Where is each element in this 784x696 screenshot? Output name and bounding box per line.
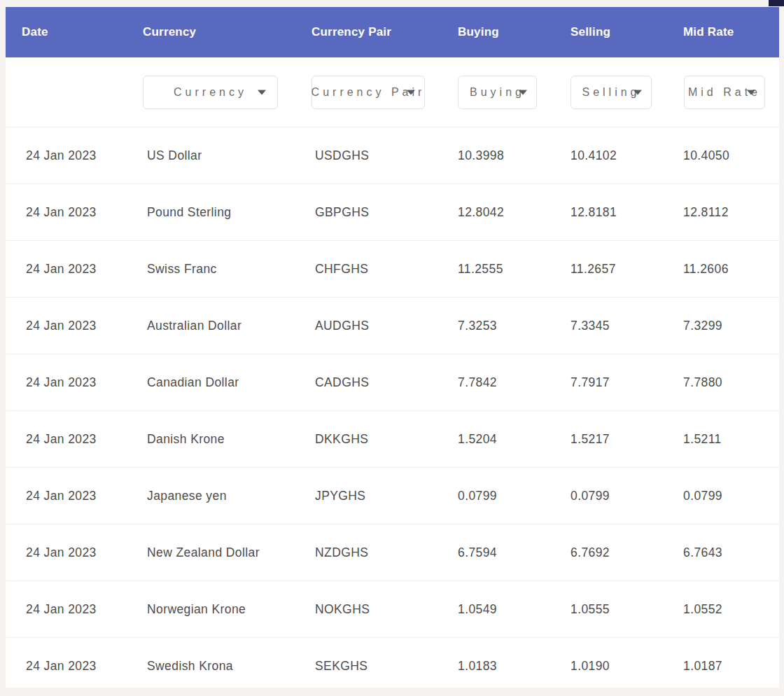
exchange-rates-table: Date Currency Currency Pair Buying Selli… [6, 7, 779, 688]
table-row: 24 Jan 2023 Pound Sterling GBPGHS 12.804… [6, 184, 779, 241]
cell-currency-pair: SEKGHS [312, 659, 458, 674]
table-header-row: Date Currency Currency Pair Buying Selli… [6, 7, 779, 57]
table-row: 24 Jan 2023 Norwegian Krone NOKGHS 1.054… [6, 581, 779, 638]
cell-mid-rate: 10.4050 [683, 148, 779, 163]
cell-mid-rate: 11.2606 [683, 262, 779, 277]
currency-pair-filter-dropdown[interactable]: Currency Pair [312, 76, 425, 109]
cell-buying: 10.3998 [458, 148, 570, 163]
cell-selling: 1.0555 [570, 602, 683, 617]
cell-currency: Norwegian Krone [143, 602, 312, 617]
cell-date: 24 Jan 2023 [22, 262, 143, 277]
cell-currency-pair: DKKGHS [312, 432, 458, 447]
table-row: 24 Jan 2023 Danish Krone DKKGHS 1.5204 1… [6, 411, 779, 468]
cell-buying: 7.3253 [458, 319, 570, 333]
cell-buying: 1.0549 [458, 602, 570, 617]
table-row: 24 Jan 2023 New Zealand Dollar NZDGHS 6.… [6, 524, 779, 581]
cell-selling: 7.3345 [570, 319, 683, 333]
cell-date: 24 Jan 2023 [22, 148, 143, 163]
table-row: 24 Jan 2023 Japanese yen JPYGHS 0.0799 0… [6, 468, 779, 524]
cell-mid-rate: 7.7880 [683, 375, 779, 390]
cell-buying: 12.8042 [458, 205, 570, 220]
column-header-date[interactable]: Date [22, 25, 143, 39]
cell-buying: 7.7842 [458, 375, 570, 390]
column-header-currency-pair[interactable]: Currency Pair [312, 25, 458, 39]
column-header-selling[interactable]: Selling [570, 25, 683, 39]
cell-mid-rate: 0.0799 [683, 489, 779, 503]
selling-filter-dropdown[interactable]: Selling [570, 76, 652, 109]
cell-date: 24 Jan 2023 [22, 489, 143, 503]
cell-buying: 1.5204 [458, 432, 570, 447]
cell-currency-pair: CHFGHS [312, 262, 458, 277]
cell-currency-pair: NZDGHS [312, 545, 458, 560]
cell-date: 24 Jan 2023 [22, 659, 143, 674]
cell-currency: Pound Sterling [143, 205, 312, 220]
caret-down-icon [634, 90, 642, 95]
cell-currency-pair: GBPGHS [312, 205, 458, 220]
cell-selling: 0.0799 [570, 489, 683, 503]
cell-currency: Swedish Krona [143, 659, 312, 674]
table-row: 24 Jan 2023 Australian Dollar AUDGHS 7.3… [6, 298, 779, 354]
caret-down-icon [519, 90, 527, 95]
corner-dark-fragment [769, 0, 784, 6]
filter-row: Currency Currency Pair Buying Selling Mi… [6, 57, 779, 127]
table-row: 24 Jan 2023 Swiss Franc CHFGHS 11.2555 1… [6, 241, 779, 298]
cell-currency: Danish Krone [143, 432, 312, 447]
cell-currency-pair: USDGHS [312, 148, 458, 163]
buying-filter-dropdown[interactable]: Buying [458, 76, 537, 109]
cell-selling: 6.7692 [570, 545, 683, 560]
cell-currency: New Zealand Dollar [143, 545, 312, 560]
table-body: 24 Jan 2023 US Dollar USDGHS 10.3998 10.… [6, 127, 779, 688]
selling-filter-label: Selling [582, 86, 640, 99]
cell-currency: Swiss Franc [143, 262, 312, 277]
cell-mid-rate: 1.0552 [683, 602, 779, 617]
cell-selling: 1.0190 [570, 659, 683, 674]
cell-selling: 7.7917 [570, 375, 683, 390]
cell-mid-rate: 1.5211 [683, 432, 779, 447]
cell-selling: 12.8181 [570, 205, 683, 220]
mid-rate-filter-dropdown[interactable]: Mid Rate [684, 76, 765, 109]
cell-date: 24 Jan 2023 [22, 319, 143, 333]
cell-date: 24 Jan 2023 [22, 545, 143, 560]
caret-down-icon [258, 90, 266, 95]
cell-currency: US Dollar [143, 148, 312, 163]
cell-currency: Canadian Dollar [143, 375, 312, 390]
cell-currency-pair: AUDGHS [312, 319, 458, 333]
buying-filter-label: Buying [470, 86, 525, 99]
cell-buying: 1.0183 [458, 659, 570, 674]
column-header-buying[interactable]: Buying [458, 25, 570, 39]
cell-mid-rate: 1.0187 [683, 659, 779, 674]
cell-currency-pair: NOKGHS [312, 602, 458, 617]
cell-currency-pair: JPYGHS [312, 489, 458, 503]
cell-mid-rate: 12.8112 [683, 205, 779, 220]
cell-buying: 11.2555 [458, 262, 570, 277]
cell-currency: Japanese yen [143, 489, 312, 503]
column-header-currency[interactable]: Currency [143, 25, 312, 39]
cell-selling: 10.4102 [570, 148, 683, 163]
cell-currency: Australian Dollar [143, 319, 312, 333]
caret-down-icon [407, 90, 415, 95]
cell-mid-rate: 6.7643 [683, 545, 779, 560]
cell-currency-pair: CADGHS [312, 375, 458, 390]
table-row: 24 Jan 2023 Canadian Dollar CADGHS 7.784… [6, 354, 779, 411]
cell-selling: 11.2657 [570, 262, 683, 277]
cell-mid-rate: 7.3299 [683, 319, 779, 333]
cell-buying: 0.0799 [458, 489, 570, 503]
cell-buying: 6.7594 [458, 545, 570, 560]
caret-down-icon [747, 90, 755, 95]
table-row: 24 Jan 2023 US Dollar USDGHS 10.3998 10.… [6, 127, 779, 184]
currency-filter-dropdown[interactable]: Currency [143, 76, 278, 109]
cell-date: 24 Jan 2023 [22, 432, 143, 447]
column-header-mid-rate[interactable]: Mid Rate [683, 25, 779, 39]
cell-date: 24 Jan 2023 [22, 375, 143, 390]
currency-filter-label: Currency [174, 86, 247, 99]
table-row: 24 Jan 2023 Swedish Krona SEKGHS 1.0183 … [6, 638, 779, 688]
cell-selling: 1.5217 [570, 432, 683, 447]
cell-date: 24 Jan 2023 [22, 602, 143, 617]
cell-date: 24 Jan 2023 [22, 205, 143, 220]
